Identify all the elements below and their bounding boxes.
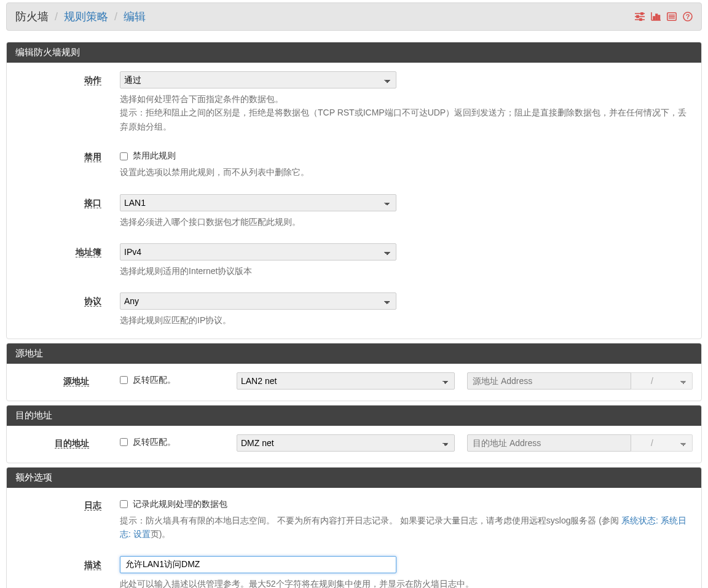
help-proto: 选择此规则应匹配的IP协议。 [120, 313, 693, 327]
select-source-mask[interactable]: / [631, 372, 693, 390]
panel-title-extra: 额外选项 [7, 468, 701, 488]
select-dest-net[interactable]: DMZ net [237, 434, 455, 452]
svg-text:?: ? [686, 13, 690, 20]
svg-rect-9 [656, 14, 658, 20]
label-disable: 禁用 [84, 152, 101, 162]
checkbox-disable[interactable] [120, 152, 128, 160]
label-interface: 接口 [84, 198, 101, 208]
checkbox-log[interactable] [120, 500, 128, 508]
label-proto: 协议 [84, 296, 101, 307]
panel-title-dest: 目的地址 [7, 406, 701, 426]
checkbox-source-invert-wrap[interactable]: 反转匹配。 [120, 372, 224, 386]
label-dest: 目的地址 [55, 438, 89, 449]
input-dest-address[interactable] [467, 434, 631, 452]
panel-edit-rule: 编辑防火墙规则 动作 通过 选择如何处理符合下面指定条件的数据包。 提示：拒绝和… [6, 42, 702, 339]
list-icon[interactable] [667, 12, 677, 21]
breadcrumb-firewall[interactable]: 防火墙 [15, 10, 49, 23]
select-interface[interactable]: LAN1 [120, 194, 396, 211]
breadcrumb-edit[interactable]: 编辑 [124, 10, 146, 23]
help-action: 选择如何处理符合下面指定条件的数据包。 提示：拒绝和阻止之间的区别是，拒绝是将数… [120, 92, 693, 133]
sliders-icon[interactable] [635, 12, 645, 21]
breadcrumb-rules[interactable]: 规则策略 [64, 10, 108, 23]
label-addrbook: 地址簿 [76, 247, 101, 257]
panel-source: 源地址 源地址 反转匹配。 LAN2 net / [6, 343, 702, 401]
select-dest-mask[interactable]: / [631, 434, 693, 452]
label-action: 动作 [84, 75, 101, 85]
chart-icon[interactable] [651, 12, 661, 21]
help-addrbook: 选择此规则适用的Internet协议版本 [120, 264, 693, 278]
checkbox-source-invert[interactable] [120, 376, 128, 384]
svg-rect-5 [640, 18, 642, 20]
checkbox-dest-invert[interactable] [120, 438, 128, 446]
checkbox-disable-wrap[interactable]: 禁用此规则 [120, 148, 693, 162]
checkbox-dest-invert-label: 反转匹配。 [133, 437, 176, 448]
breadcrumb-sep: / [52, 10, 61, 23]
input-source-address[interactable] [467, 372, 631, 390]
panel-title-edit: 编辑防火墙规则 [7, 42, 701, 63]
svg-rect-10 [658, 15, 660, 20]
help-disable: 设置此选项以禁用此规则，而不从列表中删除它。 [120, 165, 693, 179]
help-log: 提示：防火墙具有有限的本地日志空间。 不要为所有内容打开日志记录。 如果要记录大… [120, 514, 693, 541]
checkbox-log-label: 记录此规则处理的数据包 [133, 499, 227, 510]
page-header: 防火墙 / 规则策略 / 编辑 ? [6, 2, 702, 31]
checkbox-source-invert-label: 反转匹配。 [133, 375, 176, 386]
label-desc: 描述 [84, 560, 101, 570]
svg-rect-3 [641, 12, 643, 14]
help-desc: 此处可以输入描述以供管理参考。最大52个字符将在规则集中使用，并显示在防火墙日志… [120, 577, 693, 588]
help-icon[interactable]: ? [683, 12, 693, 22]
panel-title-source: 源地址 [7, 343, 701, 364]
panel-dest: 目的地址 目的地址 反转匹配。 DMZ net / [6, 405, 702, 463]
input-description[interactable] [120, 556, 396, 573]
label-log: 日志 [84, 500, 101, 511]
header-actions: ? [635, 12, 693, 22]
select-addrbook[interactable]: IPv4 [120, 243, 396, 261]
select-source-net[interactable]: LAN2 net [237, 372, 455, 390]
select-action[interactable]: 通过 [120, 71, 396, 88]
checkbox-dest-invert-wrap[interactable]: 反转匹配。 [120, 434, 224, 448]
label-source: 源地址 [63, 376, 89, 386]
breadcrumb-sep: / [111, 10, 120, 23]
breadcrumb: 防火墙 / 规则策略 / 编辑 [15, 9, 146, 24]
help-interface: 选择必须进入哪个接口数据包才能匹配此规则。 [120, 215, 693, 229]
svg-rect-8 [653, 17, 655, 20]
checkbox-disable-label: 禁用此规则 [133, 151, 176, 162]
panel-extra: 额外选项 日志 记录此规则处理的数据包 提示：防火墙具有有限的本地日志空间。 不… [6, 467, 702, 588]
select-proto[interactable]: Any [120, 292, 396, 310]
svg-rect-4 [637, 15, 639, 17]
checkbox-log-wrap[interactable]: 记录此规则处理的数据包 [120, 496, 693, 510]
